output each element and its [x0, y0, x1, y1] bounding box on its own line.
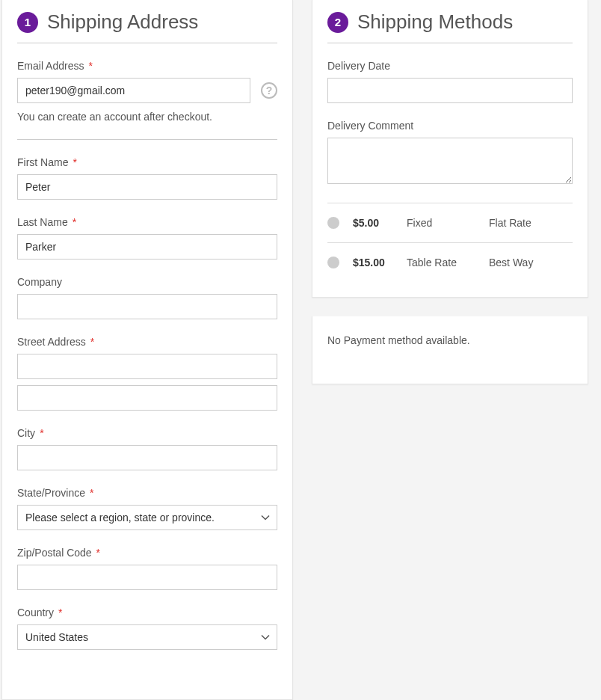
first-name-label: First Name*	[17, 156, 277, 168]
shipping-method-row[interactable]: $5.00 Fixed Flat Rate	[327, 203, 573, 242]
checkout-page: 1 Shipping Address Email Address* ? You …	[0, 0, 601, 700]
last-name-field[interactable]	[17, 234, 277, 260]
shipping-price: $15.00	[353, 257, 407, 268]
last-name-label: Last Name*	[17, 216, 277, 228]
right-column: 2 Shipping Methods Delivery Date Deliver…	[312, 0, 588, 700]
country-label: Country*	[17, 607, 277, 618]
radio-icon[interactable]	[327, 257, 339, 268]
shipping-price: $5.00	[353, 217, 407, 229]
zip-label: Zip/Postal Code*	[17, 547, 277, 559]
help-icon[interactable]: ?	[261, 82, 277, 99]
step-number-1: 1	[17, 12, 38, 33]
street-line1-field[interactable]	[17, 354, 277, 379]
payment-section: No Payment method available.	[312, 316, 588, 384]
shipping-method-name: Fixed	[407, 217, 489, 229]
region-wrapper: State/Province* Please select a region, …	[17, 487, 277, 530]
no-payment-message: No Payment method available.	[327, 327, 573, 369]
delivery-date-wrapper: Delivery Date	[327, 60, 573, 103]
company-label: Company	[17, 276, 277, 288]
zip-field[interactable]	[17, 565, 277, 590]
shipping-methods-heading: Shipping Methods	[357, 10, 513, 34]
step-title: 2 Shipping Methods	[327, 10, 573, 43]
company-wrapper: Company	[17, 276, 277, 319]
street-wrapper: Street Address*	[17, 336, 277, 411]
divider	[17, 139, 277, 140]
city-label: City*	[17, 427, 277, 439]
region-select[interactable]: Please select a region, state or provinc…	[17, 505, 277, 530]
radio-icon[interactable]	[327, 217, 339, 229]
city-field[interactable]	[17, 445, 277, 470]
email-field[interactable]	[17, 78, 250, 103]
delivery-comment-field[interactable]	[327, 138, 573, 184]
shipping-address-section: 1 Shipping Address Email Address* ? You …	[1, 0, 293, 700]
country-wrapper: Country* United States	[17, 607, 277, 650]
zip-wrapper: Zip/Postal Code*	[17, 547, 277, 590]
delivery-date-label: Delivery Date	[327, 60, 573, 72]
shipping-method-row[interactable]: $15.00 Table Rate Best Way	[327, 242, 573, 282]
email-label: Email Address*	[17, 60, 277, 72]
email-field-wrapper: Email Address* ? You can create an accou…	[17, 60, 277, 123]
delivery-comment-label: Delivery Comment	[327, 120, 573, 132]
step-number-2: 2	[327, 12, 348, 33]
street-line2-field[interactable]	[17, 385, 277, 411]
first-name-field[interactable]	[17, 174, 277, 200]
last-name-wrapper: Last Name*	[17, 216, 277, 260]
city-wrapper: City*	[17, 427, 277, 470]
shipping-address-heading: Shipping Address	[47, 10, 198, 34]
first-name-wrapper: First Name*	[17, 156, 277, 200]
shipping-methods-section: 2 Shipping Methods Delivery Date Deliver…	[312, 0, 588, 298]
delivery-comment-wrapper: Delivery Comment	[327, 120, 573, 186]
country-select[interactable]: United States	[17, 624, 277, 650]
email-hint: You can create an account after checkout…	[17, 111, 277, 123]
region-label: State/Province*	[17, 487, 277, 499]
delivery-date-field[interactable]	[327, 78, 573, 103]
street-label: Street Address*	[17, 336, 277, 348]
company-field[interactable]	[17, 294, 277, 319]
shipping-carrier: Flat Rate	[489, 217, 531, 229]
shipping-carrier: Best Way	[489, 257, 533, 268]
shipping-method-name: Table Rate	[407, 257, 489, 268]
step-title: 1 Shipping Address	[17, 10, 277, 43]
